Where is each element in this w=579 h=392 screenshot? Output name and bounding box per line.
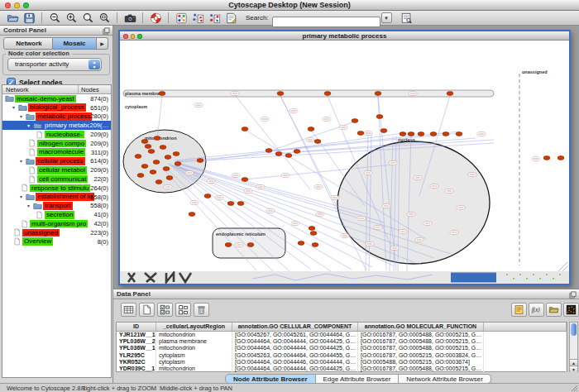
network-node[interactable] bbox=[310, 232, 317, 236]
zoom-in-button[interactable] bbox=[63, 12, 79, 25]
search-config-button[interactable] bbox=[399, 12, 415, 25]
tab-network[interactable]: Network bbox=[3, 37, 53, 50]
network-node[interactable] bbox=[189, 213, 195, 217]
network-node[interactable] bbox=[242, 178, 248, 182]
network-node[interactable] bbox=[309, 227, 315, 231]
expand-triangle-icon[interactable]: ▾ bbox=[27, 122, 33, 130]
create-column-button[interactable] bbox=[139, 303, 155, 317]
node-color-dropdown[interactable]: transporter activity ▲▼ bbox=[7, 58, 102, 71]
tree-row-nucleobase-[interactable]: nucleobase-209(0) bbox=[2, 130, 111, 139]
network-node[interactable] bbox=[308, 127, 314, 131]
network-node[interactable] bbox=[227, 202, 234, 206]
network-node[interactable] bbox=[285, 154, 292, 158]
notes-button[interactable] bbox=[511, 303, 527, 317]
tree-column-network[interactable]: Network bbox=[2, 85, 79, 93]
matrix-browser-button[interactable] bbox=[563, 303, 579, 317]
network-canvas[interactable]: plasma membranecytoplasmmitochondrionnuc… bbox=[120, 41, 569, 271]
zoom-out-button[interactable] bbox=[46, 12, 63, 25]
column-header-ID[interactable]: ID bbox=[117, 323, 156, 331]
network-node[interactable] bbox=[314, 140, 321, 144]
layout-network-a-button[interactable] bbox=[189, 12, 206, 25]
network-node[interactable] bbox=[298, 241, 304, 246]
select-all-button[interactable] bbox=[157, 303, 173, 317]
network-node[interactable] bbox=[275, 152, 282, 156]
table-scrollbar[interactable]: ▲ ▼ bbox=[569, 322, 578, 372]
network-node[interactable] bbox=[447, 92, 453, 96]
table-row-YJR121W__1[interactable]: YJR121W__1mitochondrion[GO:0045267, GO:0… bbox=[117, 332, 567, 338]
network-node[interactable] bbox=[408, 132, 414, 136]
network-node[interactable] bbox=[160, 146, 166, 150]
tree-row-mosaic-demo-yeast[interactable]: mosaic-demo-yeast874(0) bbox=[2, 94, 111, 103]
column-header-annotation.GO CELLULAR_COMPONENT[interactable]: annotation.GO CELLULAR_COMPONENT bbox=[232, 323, 358, 331]
zoom-selected-region-button[interactable] bbox=[79, 12, 96, 25]
camera-snapshot-button[interactable] bbox=[122, 12, 138, 25]
network-node[interactable] bbox=[352, 119, 358, 123]
network-node[interactable] bbox=[141, 165, 148, 169]
network-node[interactable] bbox=[145, 145, 151, 149]
canvas-resize-grip-icon[interactable] bbox=[558, 262, 567, 271]
tree-row-establishment-of-lo[interactable]: ▾establishment of lo558(0) bbox=[2, 193, 111, 202]
tree-row-overview[interactable]: Overview8(0) bbox=[2, 237, 111, 246]
network-node[interactable] bbox=[312, 243, 318, 247]
tree-row-cellular-metabol[interactable]: cellular metabol209(0) bbox=[2, 165, 111, 174]
tree-row-macromolecule[interactable]: macromolecule311(0) bbox=[2, 148, 111, 157]
network-node[interactable] bbox=[380, 129, 387, 133]
network-node[interactable] bbox=[418, 132, 424, 136]
save-floppy-button[interactable] bbox=[21, 12, 37, 25]
network-node[interactable] bbox=[204, 194, 211, 198]
table-row-YLR295C[interactable]: YLR295Ccytoplasm[GO:0045263, GO:0044464,… bbox=[117, 352, 567, 359]
network-node[interactable] bbox=[153, 160, 160, 165]
tree-row-secretion[interactable]: secretion41(0) bbox=[2, 210, 111, 219]
tree-row-nitrogen-compo[interactable]: nitrogen compo209(0) bbox=[2, 139, 111, 148]
layout-network-b-button[interactable] bbox=[206, 12, 223, 25]
network-node[interactable] bbox=[148, 150, 155, 154]
network-node[interactable] bbox=[543, 156, 550, 160]
tree-row-multi-organism-pro[interactable]: multi-organism pro42(0) bbox=[2, 219, 111, 228]
network-node[interactable] bbox=[294, 150, 300, 154]
scroll-down-button[interactable]: ▼ bbox=[570, 366, 577, 372]
tree-row-metabolic-process[interactable]: ▾metabolic process280(0) bbox=[2, 112, 111, 122]
unselect-all-button[interactable] bbox=[175, 303, 191, 317]
tree-row-biological-process[interactable]: ▾biological_process651(0) bbox=[2, 103, 111, 112]
network-node[interactable] bbox=[557, 156, 564, 160]
zoom-fit-button[interactable] bbox=[96, 12, 112, 25]
annotation-pad-button[interactable] bbox=[223, 12, 239, 25]
tab-mosaic[interactable]: Mosaic bbox=[53, 37, 97, 50]
resize-grip-icon[interactable] bbox=[571, 385, 578, 392]
column-header-annotation.GO MOLECULAR_FUNCTION[interactable]: annotation.GO MOLECULAR_FUNCTION bbox=[358, 323, 484, 331]
column-header-spacer[interactable] bbox=[484, 323, 567, 331]
network-node[interactable] bbox=[165, 155, 171, 160]
scrollbar-thumb[interactable] bbox=[571, 323, 577, 336]
network-node[interactable] bbox=[456, 132, 462, 136]
network-node[interactable] bbox=[154, 136, 160, 141]
network-node[interactable] bbox=[197, 159, 203, 163]
network-node[interactable] bbox=[324, 92, 331, 96]
search-input[interactable] bbox=[272, 17, 380, 27]
delete-trash-button[interactable] bbox=[194, 303, 209, 317]
network-node[interactable] bbox=[173, 152, 179, 156]
network-node[interactable] bbox=[247, 243, 254, 247]
float-panel-icon[interactable] bbox=[103, 27, 110, 35]
network-node[interactable] bbox=[166, 176, 173, 180]
column-header-_cellularLayoutRegion[interactable]: _cellularLayoutRegion bbox=[156, 323, 232, 331]
tree-row-unassigned[interactable]: unassigned223(0) bbox=[2, 228, 111, 237]
network-window-titlebar[interactable]: primary metabolic process bbox=[120, 31, 569, 41]
open-folder-button[interactable] bbox=[4, 12, 21, 25]
table-row-YPL036W__2[interactable]: YPL036W__2plasma membrane[GO:0044464, GO… bbox=[117, 338, 567, 345]
network-node[interactable] bbox=[156, 180, 162, 184]
network-node[interactable] bbox=[376, 115, 383, 119]
expand-triangle-icon[interactable]: ▾ bbox=[20, 112, 26, 121]
network-node[interactable] bbox=[277, 92, 284, 96]
tree-column-nodes[interactable]: Nodes bbox=[79, 85, 111, 93]
float-panel-icon[interactable] bbox=[569, 291, 577, 299]
network-node[interactable] bbox=[266, 149, 272, 153]
vizmapper-button[interactable] bbox=[173, 12, 189, 25]
network-node[interactable] bbox=[237, 202, 244, 206]
network-node[interactable] bbox=[150, 170, 156, 174]
table-row-YPL036W__1[interactable]: YPL036W__1mitochondrion[GO:0044464, GO:0… bbox=[117, 345, 567, 351]
network-node[interactable] bbox=[141, 140, 148, 144]
network-node[interactable] bbox=[159, 92, 165, 96]
network-node[interactable] bbox=[137, 174, 144, 178]
table-row-YKR052C[interactable]: YKR052Ccytoplasm[GO:0044464, GO:0044446,… bbox=[117, 359, 567, 366]
import-table-button[interactable] bbox=[546, 303, 562, 317]
